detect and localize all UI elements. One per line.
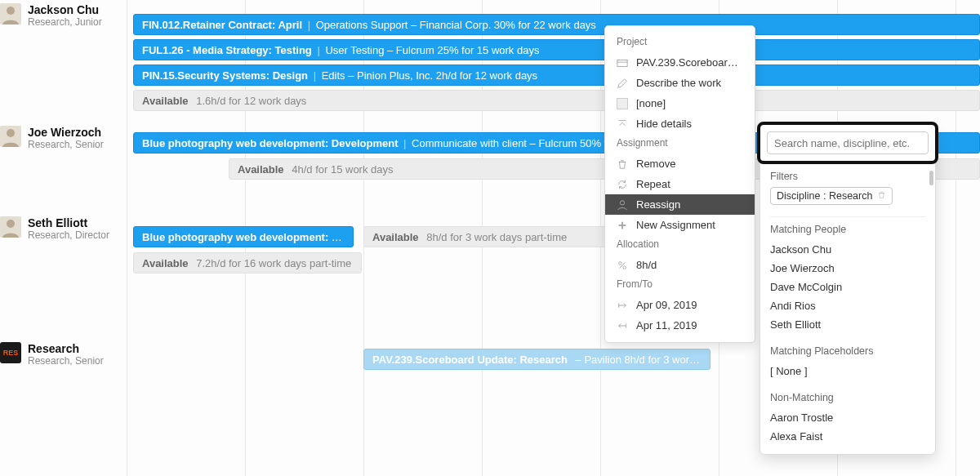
menu-from-date[interactable]: Apr 09, 2019: [605, 295, 755, 315]
separator: [421, 231, 425, 243]
collapse-icon: [617, 118, 628, 130]
availability-bar[interactable]: Available 7.2h/d for 16 work days part-t…: [133, 252, 362, 274]
separator: [570, 354, 573, 366]
menu-project-value[interactable]: PAV.239.Scoreboard Updat...: [605, 52, 755, 73]
bar-title: FIN.012.Retainer Contract: April: [142, 19, 302, 31]
bar-subtitle: Edits – Pinion Plus, Inc. 2h/d for 12 wo…: [322, 69, 537, 82]
menu-new-assignment[interactable]: New Assignment: [605, 215, 755, 235]
reassign-person-option[interactable]: Seth Elliott: [770, 315, 925, 334]
reassign-panel: Filters Discipline : Research Matching P…: [760, 124, 936, 455]
reassign-person-option[interactable]: Jackson Chu: [770, 240, 925, 259]
resource-header[interactable]: Seth ElliottResearch, Director: [0, 213, 127, 241]
trash-icon: [617, 158, 628, 170]
resource-name: Research: [28, 342, 104, 355]
resource-header[interactable]: Joe WierzochResearch, Senior: [0, 122, 127, 150]
bar-title: Available: [142, 257, 189, 269]
reassign-person-option[interactable]: Joe Wierzoch: [770, 259, 925, 278]
resource-header[interactable]: RESResearchResearch, Senior: [0, 339, 127, 367]
reassign-person-option[interactable]: Dave McColgin: [770, 278, 925, 296]
non-matching-label: Non-Matching: [770, 392, 925, 403]
bar-title: Available: [238, 163, 284, 176]
resource-name: Seth Elliott: [28, 216, 109, 229]
bar-title: Blue photography web development: De...: [142, 231, 354, 243]
menu-allocation[interactable]: 8h/d: [605, 255, 755, 275]
avatar: [0, 126, 21, 147]
menu-section-assignment: Assignment: [605, 134, 755, 153]
matching-people-label: Matching People: [770, 224, 925, 235]
bar-title: PIN.15.Security Systems: Design: [142, 69, 308, 82]
percent-icon: [617, 260, 628, 271]
menu-describe[interactable]: Describe the work: [605, 73, 755, 93]
menu-color[interactable]: [none]: [605, 93, 755, 113]
menu-repeat[interactable]: Repeat: [605, 174, 755, 194]
menu-reassign[interactable]: Reassign: [605, 194, 755, 215]
menu-hide-details[interactable]: Hide details: [605, 113, 755, 134]
svg-rect-6: [617, 60, 627, 66]
menu-remove[interactable]: Remove: [605, 153, 755, 174]
svg-point-12: [619, 261, 622, 265]
bar-title: Available: [142, 95, 189, 107]
svg-point-3: [7, 129, 15, 137]
resource-name: Joe Wierzoch: [28, 126, 104, 139]
menu-section-fromto: From/To: [605, 275, 755, 295]
resource-role: Research, Senior: [28, 139, 104, 150]
separator: |: [400, 137, 409, 149]
arrow-end-icon: [617, 320, 628, 331]
assignment-bar[interactable]: FIN.012.Retainer Contract: April | Opera…: [133, 14, 980, 35]
menu-to-date[interactable]: Apr 11, 2019: [605, 315, 755, 336]
reassign-nonmatching-option[interactable]: Aaron Trostle: [770, 408, 925, 427]
svg-point-5: [7, 220, 15, 228]
svg-point-9: [620, 200, 624, 204]
assignment-context-menu: Project PAV.239.Scoreboard Updat... Desc…: [604, 25, 755, 343]
bar-subtitle: User Testing – Fulcrum 25% for 15 work d…: [325, 44, 539, 56]
assignment-bar[interactable]: PAV.239.Scoreboard Update: Research – Pa…: [363, 349, 710, 370]
separator: [287, 163, 290, 176]
assignment-bar[interactable]: Blue photography web development: De...: [133, 226, 354, 247]
separator: |: [310, 69, 319, 82]
resource-role: Research, Senior: [28, 355, 104, 367]
separator: |: [314, 44, 323, 56]
repeat-icon: [617, 179, 628, 190]
svg-line-14: [620, 262, 626, 268]
bar-title: FUL1.26 - Media Strategy: Testing: [142, 44, 312, 56]
bar-subtitle: 1.6h/d for 12 work days: [196, 95, 306, 107]
menu-section-allocation: Allocation: [605, 235, 755, 255]
reassign-search-highlight: [757, 122, 938, 164]
matching-placeholders-label: Matching Placeholders: [770, 345, 925, 357]
availability-bar[interactable]: Available 1.6h/d for 12 work days: [133, 90, 980, 111]
bar-subtitle: 8h/d for 3 work days part-time: [426, 231, 567, 243]
panel-scrollbar[interactable]: [929, 171, 933, 185]
bar-title: Available: [372, 231, 419, 243]
project-icon: [617, 57, 628, 69]
resource-header[interactable]: Jackson ChuResearch, Junior: [0, 0, 127, 28]
color-swatch-icon: [617, 98, 628, 109]
divider: [770, 216, 925, 217]
placeholder-avatar: RES: [0, 342, 21, 363]
filter-chip[interactable]: Discipline : Research: [770, 187, 893, 205]
bar-subtitle: Operations Support – Financial Corp. 30%…: [316, 19, 596, 31]
filter-chip-text: Discipline : Research: [777, 190, 872, 202]
arrow-start-icon: [617, 300, 628, 311]
reassign-placeholder-option[interactable]: [ None ]: [770, 362, 925, 380]
reassign-person-option[interactable]: Andi Rios: [770, 296, 925, 315]
separator: |: [305, 19, 314, 31]
resource-name: Jackson Chu: [28, 3, 102, 16]
bar-subtitle: – Pavilion 8h/d for 3 work days: [576, 354, 710, 366]
svg-point-1: [7, 7, 15, 15]
bar-subtitle: 4h/d for 15 work days: [292, 163, 393, 176]
reassign-nonmatching-option[interactable]: Alexa Faist: [770, 427, 925, 446]
avatar: [0, 216, 21, 238]
bar-title: Blue photography web development: Develo…: [142, 137, 398, 149]
plus-icon: [617, 220, 628, 231]
assignment-bar[interactable]: PIN.15.Security Systems: Design | Edits …: [133, 65, 980, 86]
bar-title: PAV.239.Scoreboard Update: Research: [372, 354, 568, 366]
filters-label: Filters: [770, 171, 925, 182]
person-icon: [617, 199, 628, 211]
menu-section-project: Project: [605, 33, 755, 52]
separator: [191, 257, 194, 269]
separator: [191, 95, 194, 107]
assignment-bar[interactable]: FUL1.26 - Media Strategy: Testing | User…: [133, 39, 980, 60]
reassign-search-input[interactable]: [767, 131, 929, 154]
resource-role: Research, Director: [28, 229, 109, 241]
trash-icon[interactable]: [877, 190, 886, 202]
